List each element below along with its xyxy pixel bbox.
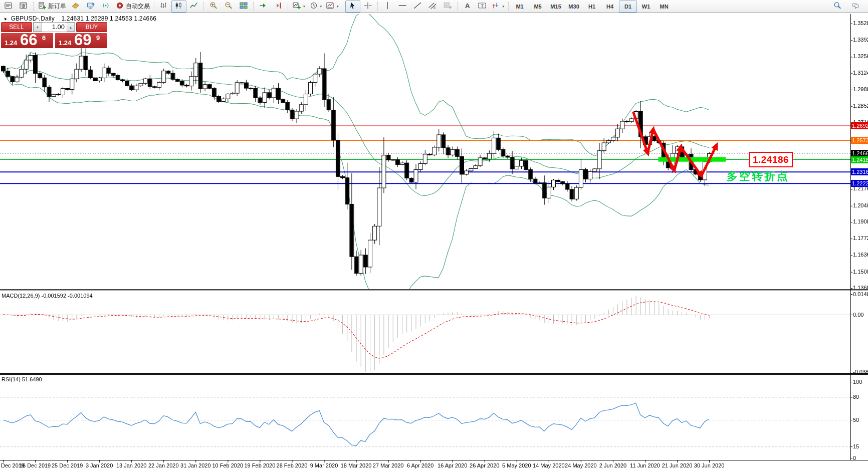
volume-value[interactable]: 1.00	[42, 23, 67, 32]
buy-button[interactable]: BUY	[76, 22, 107, 32]
price-axis-tick: 1.20400	[853, 202, 868, 208]
auto-trading-button[interactable]: 自动交易	[113, 1, 152, 13]
sell-price-button[interactable]: 1.24 66 6	[1, 33, 53, 48]
tile-windows-button[interactable]	[236, 1, 251, 13]
macd-axis-tick: -0.038415	[853, 369, 868, 375]
auto-trading-label: 自动交易	[126, 2, 150, 11]
zoom-out-button[interactable]	[221, 1, 236, 13]
cursor-icon	[348, 2, 357, 11]
rsi-label: RSI(14) 51.6490	[2, 376, 42, 382]
chart-marker-icon: ▲	[2, 16, 9, 22]
volume-decrease-button[interactable]: ▼	[34, 23, 42, 32]
search-button[interactable]	[830, 1, 845, 13]
chevron-down-icon: ▾	[320, 5, 322, 9]
date-axis-label: 27 Mar 2020	[373, 462, 404, 468]
toolbar-separator	[508, 2, 509, 11]
history-ticket-button[interactable]	[68, 1, 83, 13]
chevron-down-icon: ▾	[337, 5, 339, 9]
signals-button[interactable]	[98, 1, 113, 13]
strategy-window-icon	[19, 2, 28, 11]
charts-list-icon	[4, 2, 13, 11]
text-icon: A	[463, 2, 472, 11]
zoom-in-icon	[209, 2, 218, 11]
chart-shift-button[interactable]	[271, 1, 286, 13]
date-axis-label: 21 Jun 2020	[662, 462, 693, 468]
timeframe-h1-button[interactable]: H1	[583, 1, 601, 13]
bar-chart-mode-button[interactable]	[156, 1, 171, 13]
trendline-button[interactable]	[410, 1, 425, 13]
price-axis-tick: 1.19080	[853, 218, 868, 224]
volume-increase-button[interactable]: ▲	[67, 23, 75, 32]
line-chart-mode-icon	[189, 2, 198, 11]
timeframe-w1-button[interactable]: W1	[637, 1, 655, 13]
date-axis-label: 16 Apr 2020	[438, 462, 467, 468]
level-price-label: 1.22224	[851, 180, 868, 187]
macd-label: MACD(12,26,9) -0.001592 -0.001094	[2, 293, 93, 299]
rsi-axis-tick: 80	[853, 394, 859, 400]
text-button[interactable]: A	[460, 1, 475, 13]
timeframe-h4-button[interactable]: H4	[601, 1, 619, 13]
price-axis-tick: 1.17720	[853, 235, 868, 241]
crosshair-button[interactable]	[360, 1, 375, 13]
cursor-button[interactable]	[345, 1, 360, 13]
sell-button[interactable]: SELL	[1, 22, 32, 32]
date-axis-label: 9 Mar 2020	[310, 462, 338, 468]
price-axis-tick: 1.13680	[853, 285, 868, 291]
price-callout-label[interactable]: 1.24186	[749, 152, 793, 167]
strategy-window-button[interactable]	[16, 1, 31, 13]
arrows-button[interactable]: ▾	[490, 1, 507, 13]
date-axis-label: 16 Dec 2019	[20, 462, 51, 468]
timeframe-m5-button[interactable]: M5	[529, 1, 547, 13]
date-axis-label: 13 Jan 2020	[116, 462, 147, 468]
chevron-down-icon: ▾	[303, 5, 305, 9]
rsi-axis-tick: 100	[853, 379, 862, 385]
date-axis-label: 11 Jun 2020	[630, 462, 660, 468]
timeframe-m30-button[interactable]: M30	[565, 1, 583, 13]
indicators-icon	[292, 2, 301, 11]
buy-price-prefix: 1.24	[59, 39, 71, 47]
auto-scroll-button[interactable]	[256, 1, 271, 13]
price-axis-tick: 1.15000	[853, 269, 868, 275]
date-axis-label: 30 Jun 2020	[694, 462, 725, 468]
svg-text:A: A	[465, 2, 470, 10]
tf-h1-label: H1	[588, 4, 595, 10]
vertical-line-button[interactable]	[380, 1, 395, 13]
price-chart-canvas[interactable]	[0, 0, 868, 472]
horizontal-line-icon	[398, 2, 407, 11]
timeframe-mn-button[interactable]: MN	[655, 1, 673, 13]
buy-price-button[interactable]: 1.24 69 9	[55, 33, 107, 48]
date-axis-label: 5 May 2020	[502, 462, 531, 468]
tf-m15-label: M15	[550, 4, 561, 10]
indicators-button[interactable]: ▾	[290, 1, 307, 13]
date-axis-label: 6 Apr 2020	[407, 462, 433, 468]
arrows-icon	[492, 2, 501, 11]
toolbar-separator	[377, 2, 378, 11]
chat-button[interactable]	[848, 1, 863, 13]
text-label-button[interactable]: T	[475, 1, 490, 13]
vertical-line-icon	[383, 2, 392, 11]
new-order-button[interactable]: 新订单	[36, 1, 68, 13]
horizontal-line-button[interactable]	[395, 1, 410, 13]
line-chart-mode-button[interactable]	[186, 1, 201, 13]
candlestick-mode-button[interactable]	[171, 1, 186, 13]
macd-axis-tick: 0.0148	[853, 291, 868, 297]
date-axis-label: 18 Mar 2020	[341, 462, 372, 468]
publish-chart-button[interactable]	[83, 1, 98, 13]
equidistant-channel-button[interactable]: E	[425, 1, 440, 13]
templates-button[interactable]: ▾	[324, 1, 341, 13]
date-axis-label: 3 Jan 2020	[86, 462, 113, 468]
timeframe-m1-button[interactable]: M1	[511, 1, 529, 13]
toolbar-separator	[253, 2, 254, 11]
charts-list-button[interactable]	[1, 1, 16, 13]
periods-button[interactable]: ▾	[307, 1, 324, 13]
timeframe-d1-button[interactable]: D1	[619, 1, 637, 13]
zoom-in-button[interactable]	[206, 1, 221, 13]
date-axis-label: 28 Feb 2020	[277, 462, 308, 468]
templates-icon	[326, 2, 335, 11]
turning-point-note[interactable]: 多空转折点	[727, 169, 789, 184]
tf-m30-label: M30	[568, 4, 579, 10]
svg-text:T: T	[481, 4, 484, 9]
timeframe-m15-button[interactable]: M15	[547, 1, 565, 13]
level-price-label: 1.23164	[851, 168, 868, 175]
fibonacci-retracement-button[interactable]: F	[440, 1, 455, 13]
